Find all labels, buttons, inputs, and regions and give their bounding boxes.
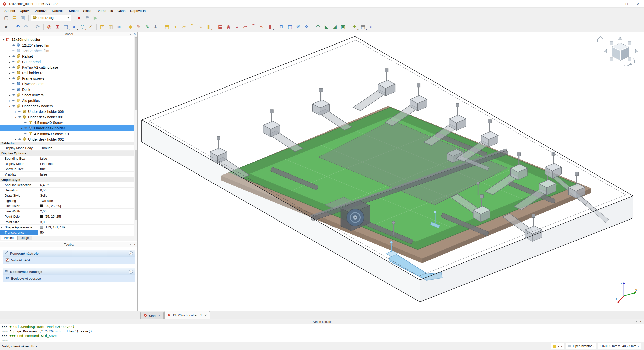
additive-loft-icon[interactable]: ▱ xyxy=(180,23,188,31)
linear-pattern-icon[interactable]: ⬚ xyxy=(286,23,294,31)
additive-pipe-icon[interactable]: ⌒ xyxy=(188,23,196,31)
menu-makro[interactable]: Makro xyxy=(67,9,81,13)
visibility-eye-icon[interactable] xyxy=(24,121,28,125)
tree-expander-icon[interactable]: ▸ xyxy=(8,72,12,74)
hole-icon[interactable]: ◉ xyxy=(224,23,233,31)
tree-item-under-desk-holder[interactable]: ▸Under desk holder xyxy=(0,125,137,131)
close-panel-icon[interactable]: ✕ xyxy=(640,320,642,323)
close-panel-icon[interactable]: ✕ xyxy=(134,243,136,246)
property-row-draw-style[interactable]: Draw StyleSolid xyxy=(0,193,137,198)
property-row-angular-deflection[interactable]: Angular Deflection6,40 ° xyxy=(0,182,137,188)
bounding-box[interactable] xyxy=(142,36,633,302)
minimize-button[interactable]: – xyxy=(609,0,621,7)
fillet-icon[interactable]: ◠ xyxy=(314,23,322,31)
collapse-group-icon[interactable]: ▲ xyxy=(129,270,133,274)
record-macro-icon[interactable]: ● xyxy=(75,14,83,22)
execute-macro-icon[interactable]: ▶ xyxy=(91,14,100,22)
fit-all-icon[interactable]: ◎ xyxy=(45,23,53,31)
tree-expander-icon[interactable]: ▸ xyxy=(8,66,12,69)
view-tab-start[interactable]: Start✕ xyxy=(140,312,164,319)
std-views-icon[interactable]: ⬡▾ xyxy=(78,23,87,31)
python-console[interactable]: Python konzole ▫✕ >>> # Gui.SendMsgToAct… xyxy=(0,319,644,342)
tree-item-rail-holder-r[interactable]: ▸Rail holder R xyxy=(0,70,137,76)
whats-this-icon[interactable]: ➤ xyxy=(2,23,10,31)
menu-n-pov-da[interactable]: Nápověda xyxy=(128,9,148,13)
tree-expander-icon[interactable]: ▸ xyxy=(14,138,18,141)
groove-icon[interactable]: ◒ xyxy=(233,23,241,31)
collapse-group-icon[interactable]: ▲ xyxy=(129,251,133,255)
map-sketch-icon[interactable]: ↧ xyxy=(151,23,160,31)
subtractive-helix-icon[interactable]: ∿ xyxy=(258,23,266,31)
property-row-line-color[interactable]: Line Color[25, 25, 25] xyxy=(0,203,137,209)
visibility-eye-icon[interactable] xyxy=(12,82,16,86)
menu-zobrazit[interactable]: Zobrazit xyxy=(33,9,50,13)
view-tab-12x20inch-cutter-1[interactable]: 12x20inch_cutter : 1✕ xyxy=(164,311,210,319)
tree-item-alu-profiles[interactable]: ▸Alu profiles xyxy=(0,98,137,103)
float-panel-icon[interactable]: ▫ xyxy=(130,33,131,36)
3d-viewport[interactable]: z y x xyxy=(138,32,644,311)
navigation-style-combo[interactable]: OpenInventor ▾ xyxy=(566,343,596,349)
property-row-deviation[interactable]: Deviation0,50 xyxy=(0,188,137,193)
tree-item-under-desk-hodlers[interactable]: ▾Under desk hodlers xyxy=(0,103,137,109)
subtractive-loft-icon[interactable]: ▱ xyxy=(241,23,249,31)
tree-expander-icon[interactable]: ▸ xyxy=(8,55,12,58)
edit-sketch-icon[interactable]: ✎ xyxy=(143,23,151,31)
menu-skica[interactable]: Skica xyxy=(81,9,94,13)
tree-item-4-5-mmx40-screw[interactable]: 4.5 mmx40-Screw xyxy=(0,120,137,125)
multitransform-icon[interactable]: ❖ xyxy=(302,23,311,31)
property-row-transparency[interactable]: Transparency50 xyxy=(0,230,137,235)
tree-item-sheet-limiters[interactable]: ▸Sheet limiters xyxy=(0,92,137,98)
tree-expander-icon[interactable]: ▾ xyxy=(2,38,6,41)
datum-icon[interactable]: ✚▾ xyxy=(350,23,359,31)
visibility-eye-icon[interactable] xyxy=(12,71,16,75)
close-tab-icon[interactable]: ✕ xyxy=(204,314,207,317)
property-row-line-width[interactable]: Line Width2,00 xyxy=(0,209,137,214)
tree-item-kwtrio-a2-cutting-base[interactable]: ▸KwTrio A2 cutting base xyxy=(0,65,137,70)
task-group-header-booleovsk-n-stroje[interactable]: Booleovské nástroje▲ xyxy=(3,268,135,275)
create-part-icon[interactable]: ◰ xyxy=(98,23,106,31)
mirrored-icon[interactable]: ⧉ xyxy=(277,23,286,31)
tree-scrollbar[interactable] xyxy=(134,36,137,142)
tree-expander-icon[interactable]: ▾ xyxy=(8,105,12,108)
visibility-eye-icon[interactable] xyxy=(18,110,22,114)
visibility-eye-icon[interactable] xyxy=(24,132,28,136)
chamfer-icon[interactable]: ◣ xyxy=(322,23,331,31)
tree-item-4-5-mmx40-screw-001[interactable]: 4.5 mmx40-Screw 001 xyxy=(0,131,137,137)
task-item-vytvo-it-n-rt[interactable]: Vytvořit náčrt xyxy=(3,257,135,264)
tree-expander-icon[interactable]: ▾ xyxy=(14,116,18,119)
close-button[interactable]: ✕ xyxy=(632,0,644,7)
property-row-lighting[interactable]: LightingTwo side xyxy=(0,198,137,203)
menu-n-stroje[interactable]: Nástroje xyxy=(50,9,67,13)
maximize-button[interactable]: □ xyxy=(621,0,632,7)
measure-icon[interactable]: ∠ xyxy=(87,23,95,31)
tree-item-plywood-8mm[interactable]: Plywood 8mm xyxy=(0,81,137,87)
visibility-eye-icon[interactable] xyxy=(18,137,22,142)
property-row-point-color[interactable]: Point Color[25, 25, 25] xyxy=(0,214,137,219)
property-row-point-size[interactable]: Point Size3,00 xyxy=(0,219,137,225)
pocket-icon[interactable]: ⬓ xyxy=(216,23,224,31)
visibility-eye-icon[interactable] xyxy=(12,99,16,103)
subtractive-primitive-icon[interactable]: ▮▾ xyxy=(266,23,274,31)
macro-dialog-icon[interactable]: ⚑ xyxy=(83,14,91,22)
property-row-visibility[interactable]: Visibilityfalse xyxy=(0,172,137,177)
property-row-show-in-tree[interactable]: Show In Treetrue xyxy=(0,166,137,172)
zoom-selection-icon[interactable]: ⊞ xyxy=(53,23,62,31)
refresh-icon[interactable]: ⟳ xyxy=(33,23,42,31)
float-panel-icon[interactable]: ▫ xyxy=(130,243,131,246)
tree-item-under-desk-holder-006[interactable]: ▸Under desk holder 006 xyxy=(0,109,137,114)
property-row-display-mode[interactable]: Display ModeFlat Lines xyxy=(0,161,137,166)
force-recompute-combo[interactable]: 7 ▾ xyxy=(551,343,564,349)
tree-item-railset[interactable]: ▸Railset xyxy=(0,54,137,59)
menu-soubor[interactable]: Soubor xyxy=(2,9,18,13)
float-panel-icon[interactable]: ▫ xyxy=(636,320,637,323)
undo-icon[interactable]: ↶ xyxy=(14,23,22,31)
visibility-eye-icon[interactable] xyxy=(18,115,22,119)
tree-item-under-desk-holder-002[interactable]: ▸Under desk holder 002 xyxy=(0,137,137,142)
polar-pattern-icon[interactable]: ✳ xyxy=(294,23,302,31)
navigation-cube[interactable] xyxy=(596,33,641,72)
tree-item-desk[interactable]: Desk xyxy=(0,87,137,92)
visibility-eye-icon[interactable] xyxy=(12,104,16,108)
visibility-eye-icon[interactable] xyxy=(12,54,16,59)
additive-primitive-icon[interactable]: ▮▾ xyxy=(204,23,213,31)
property-row-display-mode-body[interactable]: Display Mode BodyThrough xyxy=(0,145,137,151)
